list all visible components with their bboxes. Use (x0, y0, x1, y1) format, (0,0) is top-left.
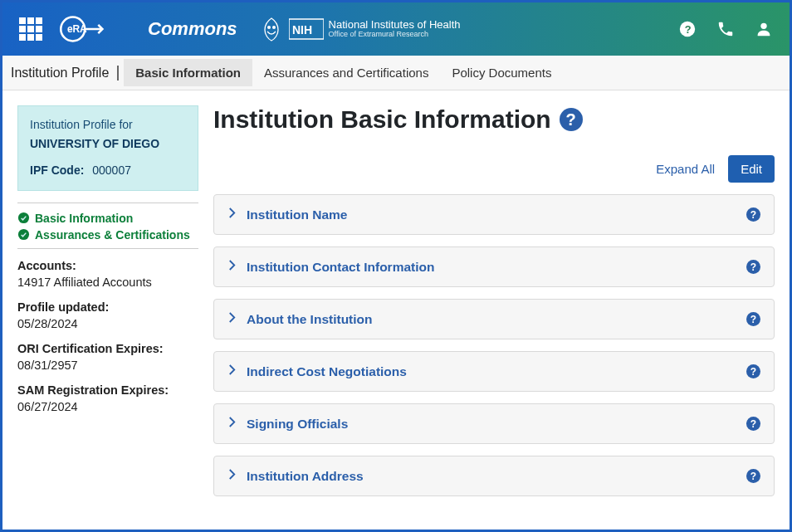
accordion-row[interactable]: Signing Officials? (213, 403, 775, 444)
chevron-right-icon (227, 310, 237, 328)
accordion-title: About the Institution (247, 312, 746, 327)
svg-text:NIH: NIH (292, 23, 312, 37)
accordion-title: Institution Name (247, 207, 746, 222)
accordion-title: Institution Contact Information (247, 260, 746, 275)
sam-expires-label: SAM Registration Expires: (17, 383, 198, 397)
svg-point-9 (18, 212, 29, 223)
svg-point-3 (272, 26, 276, 29)
accordion-row[interactable]: About the Institution? (213, 299, 775, 339)
accordion-title: Signing Officials (247, 417, 746, 432)
accordion-title: Indirect Cost Negotiations (247, 364, 746, 379)
nih-icon: NIH (289, 17, 324, 41)
sam-expires-value: 06/27/2024 (17, 400, 198, 413)
actions-bar: Expand All Edit (213, 155, 775, 183)
tab-policy-documents[interactable]: Policy Documents (440, 59, 563, 86)
hhs-nih-logo: NIH National Institutes of Health Office… (261, 17, 461, 41)
sidebar-meta: Accounts: 14917 Affiliated Accounts Prof… (17, 259, 198, 413)
profile-for-label: Institution Profile for (30, 118, 186, 131)
expand-all-link[interactable]: Expand All (656, 162, 715, 176)
svg-point-8 (760, 23, 766, 29)
accordion-help-icon[interactable]: ? (746, 312, 760, 326)
accordion-help-icon[interactable]: ? (746, 260, 760, 274)
sidebar: Institution Profile for UNIVERSITY OF DI… (17, 105, 198, 508)
accounts-label: Accounts: (17, 259, 198, 272)
accordion-row[interactable]: Indirect Cost Negotiations? (213, 351, 775, 392)
divider (17, 248, 198, 249)
accordion-title: Institution Address (247, 469, 746, 484)
profile-updated-value: 05/28/2024 (17, 317, 198, 330)
commons-label: Commons (148, 18, 237, 40)
accounts-value: 14917 Affiliated Accounts (17, 276, 198, 289)
chevron-right-icon (227, 467, 237, 485)
accordion-help-icon[interactable]: ? (746, 469, 760, 483)
content-area: Institution Profile for UNIVERSITY OF DI… (2, 90, 790, 508)
status-list: Basic Information Assurances & Certifica… (17, 212, 198, 242)
edit-button[interactable]: Edit (728, 155, 775, 183)
accordion-help-icon[interactable]: ? (746, 364, 760, 378)
era-logo[interactable]: eRA (57, 15, 128, 43)
status-label: Assurances & Certifications (35, 228, 190, 242)
accordion-help-icon[interactable]: ? (746, 207, 760, 222)
top-bar: eRA Commons NIH National Institutes of H… (2, 2, 790, 56)
chevron-right-icon (227, 258, 237, 276)
page-help-icon[interactable]: ? (560, 108, 583, 131)
tab-assurances[interactable]: Assurances and Certifications (252, 59, 440, 86)
apps-menu-icon[interactable] (19, 17, 42, 41)
accordion-help-icon[interactable]: ? (746, 417, 760, 431)
chevron-right-icon (227, 415, 237, 432)
check-circle-icon (17, 228, 30, 241)
svg-text:eRA: eRA (67, 23, 87, 35)
profile-card: Institution Profile for UNIVERSITY OF DI… (17, 105, 198, 191)
accordion-row[interactable]: Institution Contact Information? (213, 246, 775, 287)
status-label: Basic Information (35, 212, 133, 225)
hhs-icon (261, 17, 282, 41)
accordion-row[interactable]: Institution Address? (213, 456, 775, 496)
tab-basic-information[interactable]: Basic Information (124, 59, 252, 86)
check-circle-icon (17, 212, 30, 224)
subnav-title: Institution Profile (9, 66, 119, 81)
ipf-value: 000007 (92, 164, 131, 177)
nih-label-line1: National Institutes of Health (329, 19, 461, 31)
main-panel: Institution Basic Information ? Expand A… (213, 105, 775, 508)
ori-expires-value: 08/31/2957 (17, 359, 198, 372)
sub-nav: Institution Profile Basic Information As… (2, 56, 790, 90)
svg-text:?: ? (685, 23, 692, 36)
user-icon[interactable] (755, 20, 773, 38)
profile-updated-label: Profile updated: (17, 300, 198, 314)
chevron-right-icon (227, 363, 237, 380)
status-basic-info[interactable]: Basic Information (17, 212, 198, 225)
phone-icon[interactable] (716, 20, 735, 38)
nih-label-line2: Office of Extramural Research (329, 31, 461, 39)
ori-expires-label: ORI Certification Expires: (17, 342, 198, 355)
page-title: Institution Basic Information ? (213, 105, 775, 134)
accordion-row[interactable]: Institution Name? (213, 194, 775, 235)
chevron-right-icon (227, 206, 237, 223)
divider (17, 203, 198, 203)
status-assurances[interactable]: Assurances & Certifications (17, 228, 198, 242)
institution-name: UNIVERSITY OF DIEGO (30, 136, 186, 152)
accordion-list: Institution Name?Institution Contact Inf… (213, 194, 775, 496)
svg-point-10 (18, 229, 29, 240)
ipf-label: IPF Code: (30, 164, 84, 177)
svg-point-2 (267, 26, 271, 29)
help-icon[interactable]: ? (678, 20, 697, 38)
page-title-text: Institution Basic Information (213, 105, 551, 134)
ipf-code: IPF Code: 000007 (30, 164, 186, 177)
